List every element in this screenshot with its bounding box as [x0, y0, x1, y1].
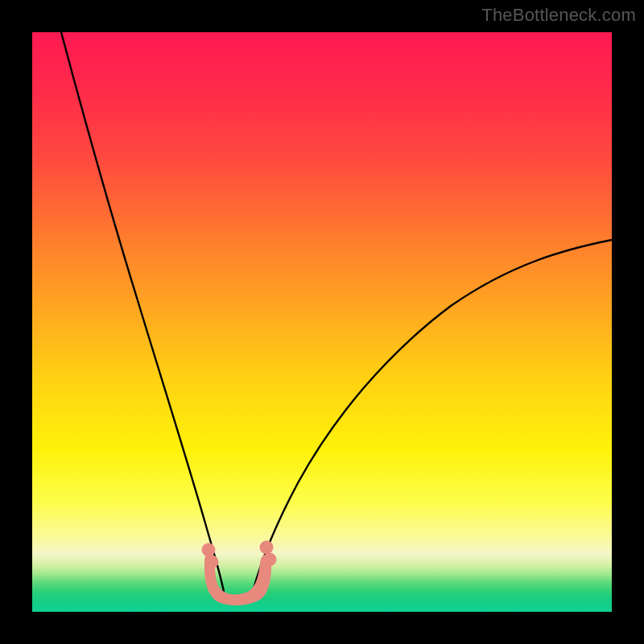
svg-point-1 [205, 555, 218, 568]
watermark-text: TheBottleneck.com [481, 5, 636, 26]
plot-area [32, 32, 612, 612]
curve-left [61, 32, 224, 592]
svg-point-2 [260, 541, 273, 554]
curve-right [253, 240, 612, 592]
svg-point-3 [263, 553, 276, 566]
chart-frame: TheBottleneck.com [0, 0, 644, 644]
curve-layer [32, 32, 612, 612]
trough-marker [202, 541, 276, 605]
svg-point-0 [202, 543, 215, 556]
